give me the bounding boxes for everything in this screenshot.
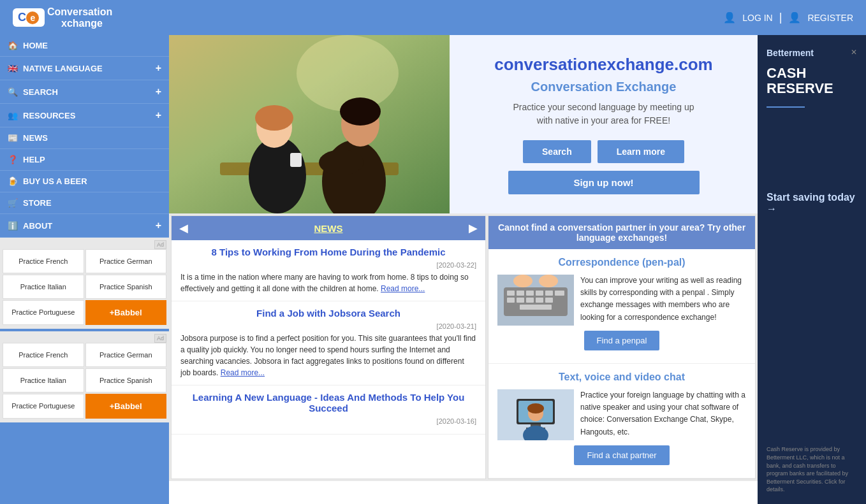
news-article-3: Learning A New Language - Ideas And Meth… xyxy=(172,385,485,435)
hero-section: conversationexchange.com Conversation Ex… xyxy=(169,35,758,213)
correspondence-image xyxy=(497,275,574,326)
sidebar-item-help[interactable]: ❓ HELP xyxy=(0,149,169,171)
resources-icon: 👥 xyxy=(8,111,18,120)
svg-rect-17 xyxy=(545,291,553,296)
logo-e: e xyxy=(26,11,39,24)
hero-site-name: conversationexchange.com xyxy=(494,55,712,75)
ad-underline xyxy=(767,106,805,108)
ad-product: CASH RESERVE xyxy=(767,66,857,96)
svg-rect-23 xyxy=(545,298,553,303)
header-auth: 👤 LOG IN | 👤 REGISTER xyxy=(723,11,853,24)
ad-right-panel: Betterment ✕ CASH RESERVE Start saving t… xyxy=(758,35,866,504)
home-icon: 🏠 xyxy=(8,41,18,50)
news-prev-icon[interactable]: ◀ xyxy=(179,221,188,235)
sidebar-item-native-language[interactable]: 🇬🇧 NATIVE LANGUAGE + xyxy=(0,57,169,80)
native-language-expand-icon: + xyxy=(156,62,161,74)
chat-content: Practice your foreign language by chatti… xyxy=(497,389,746,440)
svg-rect-16 xyxy=(536,291,543,296)
news-title-1[interactable]: 8 Tips to Working From Home During the P… xyxy=(180,247,476,257)
chat-image xyxy=(497,389,574,440)
logo-area: Ce Conversation xchange xyxy=(13,6,112,29)
ad-badge-1: Ad xyxy=(154,240,166,249)
header: Ce Conversation xchange 👤 LOG IN | 👤 REG… xyxy=(0,0,866,35)
svg-rect-6 xyxy=(290,153,302,167)
logo-box[interactable]: Ce xyxy=(13,8,45,27)
help-icon: ❓ xyxy=(8,155,18,164)
chat-section: Text, voice and video chat xyxy=(488,364,755,479)
practice-spanish-btn-2[interactable]: Practice Spanish xyxy=(85,368,167,392)
lower-section: ◀ NEWS ▶ 8 Tips to Working From Home Dur… xyxy=(169,213,758,481)
search-nav-icon: 🔍 xyxy=(8,87,18,97)
correspondence-section: Correspondence (pen-pal) xyxy=(488,249,755,364)
main-container: 🏠 HOME 🇬🇧 NATIVE LANGUAGE + 🔍 SEARCH + 👥… xyxy=(0,35,866,504)
find-penpal-button[interactable]: Find a penpal xyxy=(584,331,660,350)
practice-portuguese-btn-1[interactable]: Practice Portuguese xyxy=(3,300,84,325)
babbel-btn-2[interactable]: +Babbel xyxy=(85,394,167,419)
practice-italian-btn-2[interactable]: Practice Italian xyxy=(3,368,84,392)
sidebar-item-store[interactable]: 🛒 STORE xyxy=(0,192,169,214)
news-panel: ◀ NEWS ▶ 8 Tips to Working From Home Dur… xyxy=(171,215,486,479)
news-readmore-1[interactable]: Read more... xyxy=(381,284,425,293)
ad-widget-1: Ad Practice French Practice German Pract… xyxy=(0,238,169,329)
search-button[interactable]: Search xyxy=(523,140,591,163)
svg-rect-19 xyxy=(507,298,515,303)
signup-button[interactable]: Sign up now! xyxy=(508,171,700,194)
beer-icon: 🍺 xyxy=(8,176,18,186)
hero-subtitle: Practice your second language by meeting… xyxy=(513,101,694,127)
keyboard-svg xyxy=(497,275,574,326)
chat-title: Text, voice and video chat xyxy=(497,371,746,383)
news-next-icon[interactable]: ▶ xyxy=(469,221,478,235)
login-link[interactable]: LOG IN xyxy=(742,13,772,23)
ad-cta: Start saving today → xyxy=(767,192,857,215)
news-icon: 📰 xyxy=(8,133,18,143)
learn-more-button[interactable]: Learn more xyxy=(598,140,684,163)
ad-brand: Betterment xyxy=(767,48,814,58)
sidebar-item-search[interactable]: 🔍 SEARCH + xyxy=(0,80,169,104)
news-header-title[interactable]: NEWS xyxy=(314,223,343,234)
news-date-2: [2020-03-21] xyxy=(180,322,476,330)
news-date-3: [2020-03-16] xyxy=(180,417,476,425)
practice-french-btn-2[interactable]: Practice French xyxy=(3,343,84,367)
babbel-btn-1[interactable]: +Babbel xyxy=(85,300,167,325)
correspondence-title: Correspondence (pen-pal) xyxy=(497,257,746,268)
store-icon: 🛒 xyxy=(8,198,18,208)
news-readmore-2[interactable]: Read more... xyxy=(221,368,265,377)
news-article-2: Find a Job with Jobsora Search [2020-03-… xyxy=(172,301,485,385)
ad-right-content[interactable]: Betterment ✕ CASH RESERVE Start saving t… xyxy=(758,35,866,504)
chat-text: Practice your foreign language by chatti… xyxy=(580,389,746,440)
practice-german-btn-1[interactable]: Practice German xyxy=(85,249,167,273)
practice-spanish-btn-1[interactable]: Practice Spanish xyxy=(85,275,167,299)
svg-rect-24 xyxy=(520,305,552,310)
register-link[interactable]: REGISTER xyxy=(807,13,853,23)
flag-icon: 🇬🇧 xyxy=(8,64,18,73)
practice-italian-btn-1[interactable]: Practice Italian xyxy=(3,275,84,299)
header-divider: | xyxy=(779,11,782,24)
correspondence-content: You can improve your writing as well as … xyxy=(497,275,746,326)
right-panel-header: Cannot find a conversation partner in yo… xyxy=(488,216,755,249)
news-header: ◀ NEWS ▶ xyxy=(172,216,485,240)
person-icon: 👤 xyxy=(723,11,736,24)
svg-rect-14 xyxy=(517,291,524,296)
content-area: conversationexchange.com Conversation Ex… xyxy=(169,35,758,504)
sidebar-item-about[interactable]: ℹ️ ABOUT + xyxy=(0,214,169,238)
svg-point-26 xyxy=(539,275,558,287)
practice-french-btn-1[interactable]: Practice French xyxy=(3,249,84,273)
sidebar-item-resources[interactable]: 👥 RESOURCES + xyxy=(0,104,169,127)
news-title-3[interactable]: Learning A New Language - Ideas And Meth… xyxy=(180,392,476,414)
news-excerpt-2: Jobsora purpose is to find a perfect pos… xyxy=(180,333,476,378)
news-title-2[interactable]: Find a Job with Jobsora Search xyxy=(180,308,476,319)
practice-german-btn-2[interactable]: Practice German xyxy=(85,343,167,367)
ad-widget-2: Ad Practice French Practice German Pract… xyxy=(0,331,169,422)
ad-close-icon[interactable]: ✕ xyxy=(851,48,857,57)
logo-tagline: Conversation xchange xyxy=(47,6,112,29)
svg-rect-22 xyxy=(536,298,543,303)
sidebar-item-home[interactable]: 🏠 HOME xyxy=(0,35,169,57)
find-chat-partner-button[interactable]: Find a chat partner xyxy=(574,445,669,465)
sidebar-item-buy-beer[interactable]: 🍺 BUY US A BEER xyxy=(0,171,169,192)
hero-image xyxy=(169,35,450,213)
svg-point-33 xyxy=(527,403,544,414)
svg-point-9 xyxy=(340,97,381,126)
practice-portuguese-btn-2[interactable]: Practice Portuguese xyxy=(3,394,84,419)
sidebar-item-news[interactable]: 📰 NEWS xyxy=(0,127,169,149)
news-article-1: 8 Tips to Working From Home During the P… xyxy=(172,240,485,301)
